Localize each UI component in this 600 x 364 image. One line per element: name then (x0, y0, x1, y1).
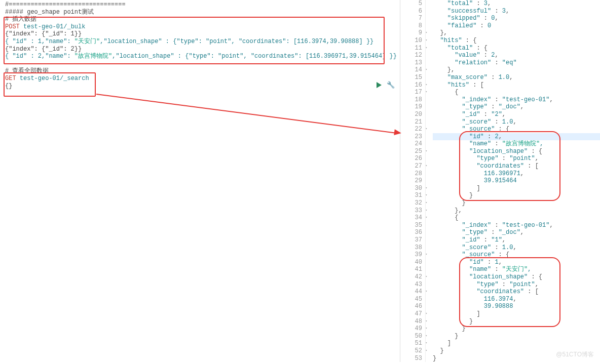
bulk-body-line: {"index": {"_id": 1}} (5, 30, 395, 38)
response-line: "hits" : [ (433, 82, 600, 89)
response-line: "_index" : "test-geo-01", (433, 96, 600, 104)
response-line: "_source" : { (433, 251, 600, 259)
response-line: ] (433, 185, 600, 192)
response-line: "_score" : 1.0, (433, 118, 600, 126)
search-request-line: GET test-geo-01/_search (5, 75, 395, 83)
response-line: { (433, 89, 600, 96)
comment-line: ##### geo_shape point测试 (5, 9, 395, 16)
bulk-body-line: {"index": {"_id": 2}} (5, 46, 395, 53)
response-line: "id" : 1, (433, 259, 600, 266)
response-line: "coordinates" : [ (433, 163, 600, 170)
response-line: }, (433, 66, 600, 74)
bulk-body-line: { "id" : 1,"name": "天安门","location_shape… (5, 38, 395, 46)
response-line: "_id" : "1", (433, 236, 600, 244)
response-line: } (433, 333, 600, 340)
bulk-request-line: POST test-geo-01/_bulk (5, 23, 395, 31)
response-line: }, (433, 207, 600, 215)
bulk-body-line: { "id" : 2,"name": "故宫博物院","location_sha… (5, 53, 395, 60)
response-line: } (433, 318, 600, 326)
response-line: "location_shape" : { (433, 273, 600, 281)
response-line: "relation" : "eq" (433, 59, 600, 67)
response-line: "skipped" : 0, (433, 15, 600, 22)
response-line: 116.3974, (433, 296, 600, 303)
response-line: "_source" : { (433, 126, 600, 133)
response-line: "name" : "天安门", (433, 266, 600, 273)
response-line: "_type" : "_doc", (433, 103, 600, 111)
response-line: 39.90888 (433, 303, 600, 310)
response-line: "total" : { (433, 45, 600, 52)
response-line: } (433, 325, 600, 333)
response-line: ] (433, 310, 600, 318)
search-body-line: {} (5, 83, 395, 90)
response-line: { (433, 214, 600, 222)
comment-line: #================================ (5, 1, 395, 9)
response-viewer[interactable]: 5678910111213141516171819202122232425262… (400, 0, 600, 362)
response-code: "total" : 3, "successful" : 3, "skipped"… (426, 0, 600, 362)
response-line: "_index" : "test-geo-01", (433, 222, 600, 229)
response-line: "_type" : "_doc", (433, 229, 600, 236)
response-line: "type" : "point", (433, 281, 600, 289)
response-line: "type" : "point", (433, 155, 600, 163)
response-line: "_id" : "2", (433, 111, 600, 118)
request-options-icon[interactable]: 🔧 (387, 81, 395, 89)
insert-comment: # 插入数据 (5, 16, 395, 23)
response-line: "name" : "故宫博物院", (433, 140, 600, 148)
run-query-icon[interactable] (377, 82, 382, 88)
response-line: "value" : 2, (433, 52, 600, 59)
response-line: "failed" : 0 (433, 22, 600, 30)
response-line: "total" : 3, (433, 0, 600, 8)
response-line: "max_score" : 1.0, (433, 74, 600, 82)
watermark: @51CTO博客 (556, 350, 594, 359)
response-line: ] (433, 340, 600, 347)
response-line: } (433, 199, 600, 207)
request-editor[interactable]: #================================ ##### … (0, 0, 400, 362)
response-line: "successful" : 3, (433, 8, 600, 15)
response-line: 116.396971, (433, 170, 600, 178)
line-number-gutter: 5678910111213141516171819202122232425262… (400, 0, 426, 362)
query-comment: # 查看全部数据 (5, 67, 395, 75)
response-line: "id" : 2, (433, 133, 600, 141)
response-line: "location_shape" : { (433, 148, 600, 155)
response-line: 39.915464 (433, 177, 600, 185)
response-line: }, (433, 29, 600, 37)
arrow-head-icon (394, 129, 401, 136)
response-line: "coordinates" : [ (433, 288, 600, 296)
response-line: } (433, 192, 600, 199)
blank-line (5, 60, 395, 68)
response-line: "_score" : 1.0, (433, 244, 600, 252)
response-line: "hits" : { (433, 37, 600, 45)
